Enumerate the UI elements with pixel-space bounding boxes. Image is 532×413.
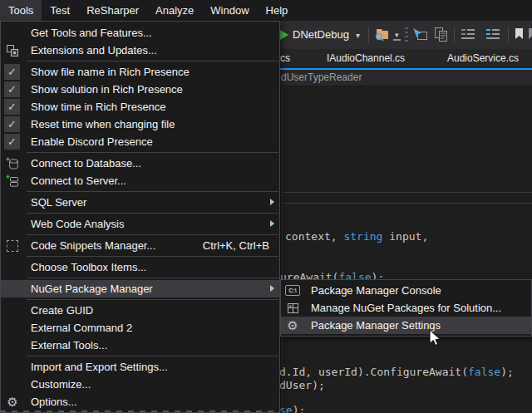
menu-separator bbox=[27, 191, 278, 192]
menu-item-label: Web Code Analysis bbox=[31, 218, 125, 230]
code-line[interactable]: dUser); bbox=[279, 379, 325, 391]
code-line[interactable]: se); bbox=[279, 404, 305, 413]
menu-item-web-code-analysis[interactable]: Web Code Analysis bbox=[1, 215, 279, 233]
menu-bar: Tools Test ReSharper Analyze Window Help bbox=[0, 0, 532, 21]
menu-item-get-tools-and-features[interactable]: Get Tools and Features... bbox=[1, 24, 279, 42]
checkmark-icon: ✓ bbox=[4, 116, 20, 132]
tools-menu: Get Tools and Features... Extensions and… bbox=[0, 21, 280, 413]
code-divider-line bbox=[283, 203, 532, 204]
mouse-cursor bbox=[429, 329, 442, 352]
menu-item-label: Reset time when changing file bbox=[31, 118, 175, 130]
server-add-icon bbox=[4, 174, 21, 188]
menu-item-connect-to-server[interactable]: Connect to Server... bbox=[1, 172, 279, 189]
document-tab-partial[interactable]: cs bbox=[280, 52, 290, 64]
menu-item-package-manager-settings[interactable]: ⚙ Package Manager Settings bbox=[281, 317, 531, 334]
toolbar-separator bbox=[508, 27, 509, 43]
menubar-item-help[interactable]: Help bbox=[258, 0, 297, 21]
menu-item-label: Manage NuGet Packages for Solution... bbox=[311, 302, 501, 314]
menu-item-extensions-and-updates[interactable]: Extensions and Updates... bbox=[1, 42, 279, 59]
search-dropdown-icon[interactable]: ▾ bbox=[393, 32, 401, 41]
menu-item-external-command-2[interactable]: External Command 2 bbox=[1, 319, 279, 337]
menu-item-label: Choose Toolbox Items... bbox=[31, 261, 146, 273]
menu-item-show-file-name-rich-presence[interactable]: ✓ Show file name in Rich Presence bbox=[1, 63, 279, 81]
checkmark-icon: ✓ bbox=[4, 64, 20, 80]
uncomment-lines-icon[interactable] bbox=[485, 27, 501, 44]
toolbar-separator bbox=[454, 27, 455, 43]
menu-item-label: Show time in Rich Presence bbox=[31, 101, 166, 113]
menu-item-label: Connect to Server... bbox=[31, 175, 126, 187]
menu-item-show-solution-rich-presence[interactable]: ✓ Show solution in Rich Presence bbox=[1, 81, 279, 98]
code-line[interactable]: context, string input, bbox=[285, 230, 428, 243]
menu-item-enable-discord-presence[interactable]: ✓ Enable Discord Presence bbox=[1, 133, 279, 150]
menu-item-label: Options... bbox=[31, 396, 77, 408]
menu-item-package-manager-console[interactable]: C:\ Package Manager Console bbox=[281, 282, 531, 299]
menu-item-connect-to-database[interactable]: Connect to Database... bbox=[1, 155, 279, 172]
menu-item-label: Create GUID bbox=[31, 304, 93, 317]
breadcrumb-type-name[interactable]: dUserTypeReader bbox=[281, 71, 362, 83]
menu-item-label: NuGet Package Manager bbox=[31, 283, 153, 295]
menubar-item-test[interactable]: Test bbox=[42, 0, 78, 21]
menu-separator bbox=[27, 213, 278, 214]
menubar-item-resharper[interactable]: ReSharper bbox=[78, 0, 147, 21]
menu-separator bbox=[27, 278, 278, 278]
menu-clipped-edge bbox=[0, 411, 280, 412]
menu-item-customize[interactable]: Customize... bbox=[1, 376, 279, 393]
submenu-arrow-icon bbox=[270, 220, 274, 227]
start-debug-icon[interactable] bbox=[279, 29, 289, 44]
package-manage-icon bbox=[284, 301, 301, 315]
menu-item-label: Import and Export Settings... bbox=[31, 361, 168, 373]
extensions-icon bbox=[4, 43, 21, 57]
database-add-icon bbox=[4, 156, 21, 170]
navigate-to-icon[interactable] bbox=[411, 27, 428, 45]
menu-item-label: SQL Server bbox=[31, 196, 86, 209]
menu-item-label: Package Manager Settings bbox=[311, 319, 441, 332]
menu-item-choose-toolbox-items[interactable]: Choose Toolbox Items... bbox=[1, 258, 279, 276]
quick-info-icon[interactable] bbox=[433, 27, 450, 46]
menu-item-label: Show file name in Rich Presence bbox=[31, 66, 190, 78]
chevron-down-icon[interactable]: ▾ bbox=[356, 32, 360, 40]
menu-item-options[interactable]: ⚙ Options... bbox=[1, 393, 279, 411]
menu-item-label: Customize... bbox=[31, 378, 91, 391]
menu-item-create-guid[interactable]: Create GUID bbox=[1, 302, 279, 319]
gear-icon: ⚙ bbox=[4, 395, 21, 409]
menu-item-label: Code Snippets Manager... bbox=[31, 239, 155, 252]
menu-item-label: External Command 2 bbox=[31, 322, 132, 334]
editor-margin-line bbox=[282, 86, 283, 413]
menubar-item-analyze[interactable]: Analyze bbox=[147, 0, 202, 21]
code-line[interactable]: d.Id, userId).ConfigureAwait(false); bbox=[279, 366, 514, 378]
checkmark-icon: ✓ bbox=[4, 81, 20, 97]
toolbar-separator bbox=[368, 27, 369, 43]
menu-item-label: Package Manager Console bbox=[311, 284, 441, 297]
nuget-package-manager-submenu: C:\ Package Manager Console Manage NuGet… bbox=[280, 279, 532, 337]
menu-item-external-tools[interactable]: External Tools... bbox=[1, 337, 279, 354]
menu-item-show-time-rich-presence[interactable]: ✓ Show time in Rich Presence bbox=[1, 98, 279, 116]
menu-item-import-export-settings[interactable]: Import and Export Settings... bbox=[1, 358, 279, 376]
previous-bookmark-icon[interactable] bbox=[527, 27, 532, 43]
comment-lines-icon[interactable] bbox=[460, 27, 476, 44]
menubar-item-window[interactable]: Window bbox=[202, 0, 257, 21]
search-solution-icon[interactable] bbox=[374, 27, 390, 45]
menu-separator bbox=[27, 234, 278, 235]
toolbar-drag-handle[interactable] bbox=[405, 27, 408, 42]
menubar-item-tools[interactable]: Tools bbox=[0, 0, 42, 21]
menu-item-reset-time-changing-file[interactable]: ✓ Reset time when changing file bbox=[1, 116, 279, 133]
run-configuration-label[interactable]: DNetDebug bbox=[293, 28, 349, 41]
menu-item-label: Get Tools and Features... bbox=[31, 27, 152, 39]
menu-item-sql-server[interactable]: SQL Server bbox=[1, 194, 279, 211]
document-tab-iaudiochannel[interactable]: IAudioChannel.cs bbox=[327, 52, 405, 64]
checkmark-icon: ✓ bbox=[4, 134, 20, 150]
toggle-bookmark-icon[interactable] bbox=[514, 27, 525, 43]
menu-item-label: Enable Discord Presence bbox=[31, 135, 153, 148]
menu-separator bbox=[27, 356, 278, 356]
menu-item-manage-nuget-packages-solution[interactable]: Manage NuGet Packages for Solution... bbox=[281, 299, 531, 317]
code-snippets-icon bbox=[4, 238, 21, 253]
submenu-arrow-icon bbox=[270, 199, 274, 205]
menu-item-shortcut: Ctrl+K, Ctrl+B bbox=[203, 239, 269, 252]
console-icon: C:\ bbox=[284, 283, 301, 297]
menu-separator bbox=[27, 256, 278, 257]
document-tab-audioservice[interactable]: AudioService.cs bbox=[447, 52, 519, 64]
menu-item-nuget-package-manager[interactable]: NuGet Package Manager bbox=[1, 280, 279, 297]
submenu-arrow-icon bbox=[270, 285, 274, 292]
menu-item-code-snippets-manager[interactable]: Code Snippets Manager... Ctrl+K, Ctrl+B bbox=[1, 237, 279, 254]
menu-separator bbox=[27, 152, 278, 153]
